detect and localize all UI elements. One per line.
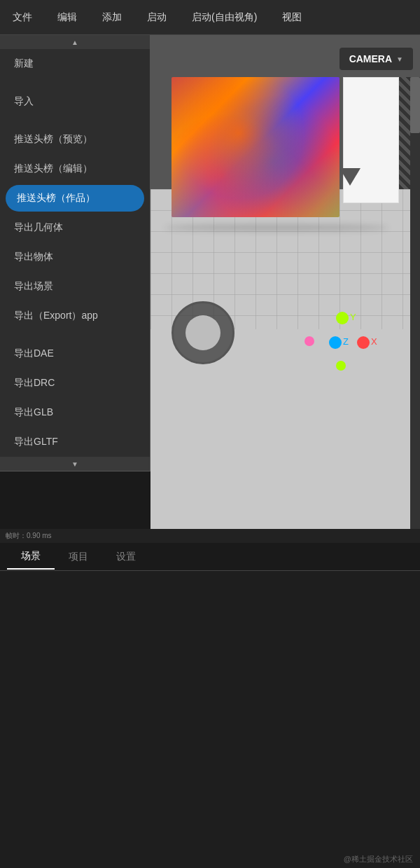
dropdown-item-edit[interactable]: 推送头榜（编辑） [0,154,150,184]
axis-y-label: Y [350,312,356,322]
viewport: CAMERA ▼ Y Z X [150,35,420,539]
axis-y-dot [336,312,349,324]
menu-edit[interactable]: 编辑 [52,8,83,27]
dropdown-item-dae[interactable]: 导出DAE [0,339,150,368]
scroll-down-btn[interactable]: ▼ [0,457,150,471]
joystick-control[interactable] [172,301,234,364]
viewport-scrollbar[interactable] [410,77,420,539]
viewport-scrollbar-thumb[interactable] [410,77,420,133]
axis-z-dot [329,336,342,349]
menu-start[interactable]: 启动 [141,8,172,27]
status-bar-left: 帧时：0.90 ms [0,529,150,543]
tab-project[interactable]: 项目 [55,545,102,569]
menu-start-free[interactable]: 启动(自由视角) [186,8,262,27]
menu-add[interactable]: 添加 [97,8,127,27]
separator-2 [0,116,150,125]
tab-settings[interactable]: 设置 [102,545,150,569]
dropdown-item-geo[interactable]: 导出几何体 [0,213,150,242]
axis-green-bottom-dot [336,361,346,371]
dropdown-item-work[interactable]: 推送头榜（作品） [6,185,144,212]
scroll-up-btn[interactable]: ▲ [0,35,150,49]
dropdown-item-app[interactable]: 导出（Export）app [0,301,150,331]
art-image-left [172,77,340,217]
dropdown-item-gltf[interactable]: 导出GLTF [0,427,150,457]
menu-bar: 文件 编辑 添加 启动 启动(自由视角) 视图 [0,0,420,35]
bottom-panel: 场景 项目 设置 Camera Scene Box ⚙ Plane [0,543,420,868]
triangle-shape [340,168,360,186]
axis-x-label: X [371,336,377,347]
axis-z-label: Z [343,336,349,347]
chevron-down-icon: ▼ [396,55,403,63]
dropdown-item-glb[interactable]: 导出GLB [0,398,150,427]
dropdown-item-preview[interactable]: 推送头榜（预览） [0,125,150,154]
camera-label: CAMERA [349,53,392,64]
dropdown-item-drc[interactable]: 导出DRC [0,368,150,398]
tabs-row: 场景 项目 设置 [0,543,420,571]
status-bar-viewport [150,529,420,543]
joystick-inner [186,315,220,350]
axes-indicator: Y Z X [301,308,385,378]
floor-shadow [164,224,388,231]
status-text: 帧时：0.90 ms [6,531,52,541]
menu-file[interactable]: 文件 [7,8,38,27]
dropdown-item-import[interactable]: 导入 [0,87,150,116]
tab-scene[interactable]: 场景 [7,544,55,570]
camera-button[interactable]: CAMERA ▼ [340,48,413,70]
separator-3 [0,331,150,339]
dropdown-item-obj[interactable]: 导出物体 [0,242,150,272]
separator-1 [0,78,150,87]
dropdown-item-new[interactable]: 新建 [0,49,150,78]
axis-x-dot [357,336,370,349]
dropdown-item-scene[interactable]: 导出场景 [0,272,150,301]
watermark: @稀土掘金技术社区 [344,854,413,864]
axis-pink-left-dot [304,336,314,346]
menu-view[interactable]: 视图 [276,8,307,27]
dropdown-menu: ▲ 新建 导入 推送头榜（预览） 推送头榜（编辑） 推送头榜（作品） 导出几何体… [0,35,150,471]
